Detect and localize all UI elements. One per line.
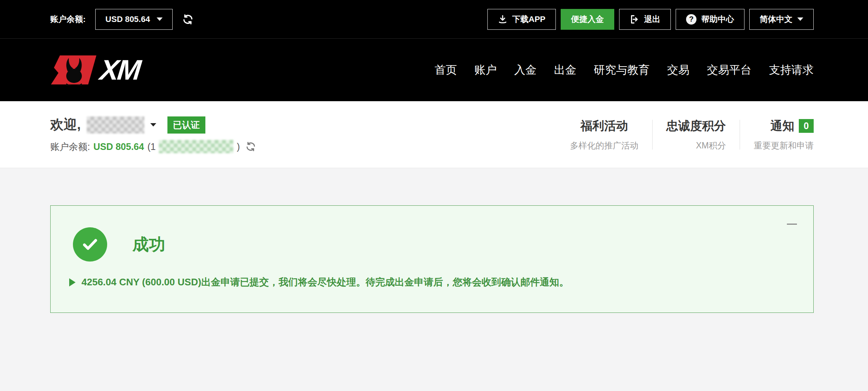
download-app-button[interactable]: 下载APP xyxy=(487,9,556,30)
xm-bull-icon xyxy=(50,54,97,86)
welcome-section: 欢迎, 已认证 账户余额: USD 805.64 (1 ) 福利活动 多样化的推… xyxy=(0,101,868,168)
success-message: 4256.04 CNY (600.00 USD)出金申请已提交，我们将会尽快处理… xyxy=(81,276,569,289)
nav-item-account[interactable]: 账户 xyxy=(474,63,497,78)
bullet-triangle-icon xyxy=(69,278,76,286)
download-app-label: 下载APP xyxy=(512,14,545,25)
nav-item-research-education[interactable]: 研究与教育 xyxy=(594,63,650,78)
account-balance-label: 账户余额: xyxy=(50,141,90,153)
nav-item-home[interactable]: 首页 xyxy=(435,63,457,78)
nav-item-withdrawal[interactable]: 出金 xyxy=(554,63,576,78)
chevron-down-icon xyxy=(157,17,163,21)
username-redacted xyxy=(87,116,144,134)
divider xyxy=(652,120,653,150)
loyalty-title: 忠诚度积分 xyxy=(666,118,726,134)
promotions-subtitle: 多样化的推广活动 xyxy=(570,140,638,151)
account-balance-dropdown[interactable]: USD 805.64 xyxy=(95,9,173,30)
help-center-label: 帮助中心 xyxy=(701,14,734,25)
notifications-subtitle: 重要更新和申请 xyxy=(754,140,814,151)
nav-item-support[interactable]: 支持请求 xyxy=(769,63,814,78)
loyalty-subtitle: XM积分 xyxy=(696,140,726,151)
main-content: 成功 4256.04 CNY (600.00 USD)出金申请已提交，我们将会尽… xyxy=(0,205,868,391)
notifications-title: 通知 xyxy=(771,118,794,134)
xm-logo[interactable]: XM xyxy=(50,54,140,86)
widget-notifications[interactable]: 通知 0 重要更新和申请 xyxy=(754,118,814,151)
nav-item-platforms[interactable]: 交易平台 xyxy=(707,63,752,78)
divider xyxy=(740,120,740,150)
logout-button[interactable]: 退出 xyxy=(619,9,671,30)
success-title: 成功 xyxy=(132,234,165,256)
account-number-redacted xyxy=(159,140,233,153)
topbar-balance-value: USD 805.64 xyxy=(105,15,150,24)
language-selector[interactable]: 简体中文 xyxy=(749,9,814,30)
xm-logo-text: XM xyxy=(99,56,141,84)
question-mark-icon: ? xyxy=(686,14,696,25)
success-alert: 成功 4256.04 CNY (600.00 USD)出金申请已提交，我们将会尽… xyxy=(50,205,814,313)
nav-item-deposit[interactable]: 入金 xyxy=(514,63,537,78)
nav-item-trading[interactable]: 交易 xyxy=(667,63,689,78)
widget-loyalty-points[interactable]: 忠诚度积分 XM积分 xyxy=(666,118,726,151)
verified-badge: 已认证 xyxy=(167,116,205,134)
chevron-down-icon xyxy=(797,17,803,21)
topbar-balance-label: 账户余额: xyxy=(50,14,86,25)
refresh-balance-icon[interactable] xyxy=(182,14,193,25)
main-navbar: XM 首页 账户 入金 出金 研究与教育 交易 交易平台 支持请求 xyxy=(0,39,868,101)
widget-promotions[interactable]: 福利活动 多样化的推广活动 xyxy=(570,118,638,151)
logout-label: 退出 xyxy=(644,14,660,25)
quick-deposit-label: 便捷入金 xyxy=(571,14,604,25)
account-balance-value: USD 805.64 xyxy=(93,141,144,152)
greeting-text: 欢迎, xyxy=(50,116,81,134)
quick-deposit-button[interactable]: 便捷入金 xyxy=(561,9,614,30)
refresh-account-icon[interactable] xyxy=(246,141,256,152)
account-number-paren-close: ) xyxy=(237,141,240,152)
download-icon xyxy=(498,15,507,24)
top-utility-bar: 账户余额: USD 805.64 下载APP 便捷入金 xyxy=(0,0,868,39)
collapse-alert-button[interactable] xyxy=(787,224,797,225)
account-chevron-down-icon[interactable] xyxy=(150,123,156,126)
logout-icon xyxy=(630,15,639,24)
help-center-button[interactable]: ? 帮助中心 xyxy=(676,9,744,30)
nav-menu: 首页 账户 入金 出金 研究与教育 交易 交易平台 支持请求 xyxy=(435,63,814,78)
success-check-icon xyxy=(73,227,107,262)
notifications-count-badge: 0 xyxy=(799,119,814,133)
language-label: 简体中文 xyxy=(760,14,792,25)
account-number-paren-open: (1 xyxy=(147,141,156,152)
promotions-title: 福利活动 xyxy=(580,118,628,134)
